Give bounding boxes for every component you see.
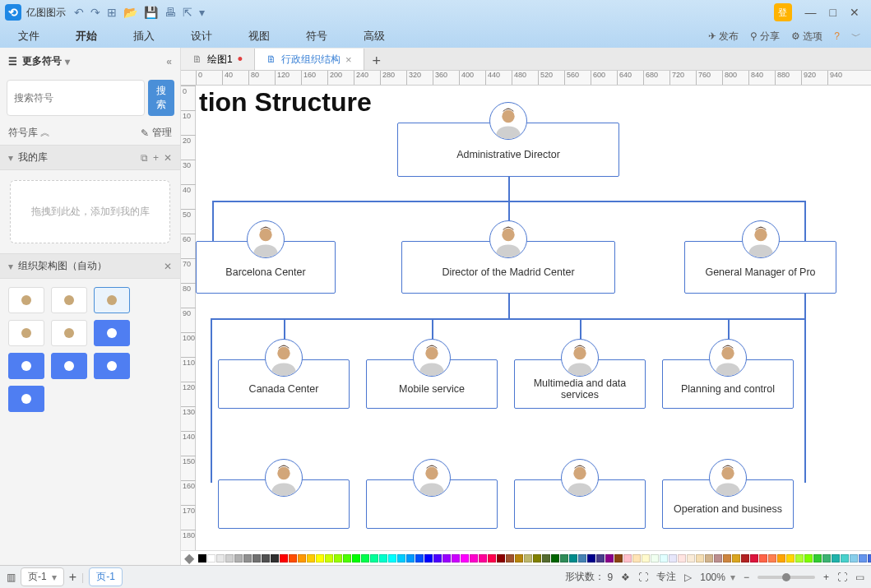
color-swatch[interactable]	[289, 554, 297, 563]
color-swatch[interactable]	[243, 554, 252, 563]
color-swatch[interactable]	[560, 554, 568, 563]
color-swatch[interactable]	[497, 554, 505, 563]
fill-icon[interactable]: ◆	[184, 550, 194, 565]
color-swatch[interactable]	[732, 554, 740, 563]
color-swatch[interactable]	[868, 554, 871, 563]
collapse-ribbon[interactable]: ﹀	[851, 30, 861, 44]
add-icon[interactable]: +	[153, 152, 159, 164]
menu-item-1[interactable]: 开始	[58, 29, 115, 44]
collapse-sidebar-icon[interactable]: «	[166, 56, 172, 67]
page-tab[interactable]: 页-1	[89, 567, 123, 586]
color-swatch[interactable]	[859, 554, 867, 563]
color-swatch[interactable]	[406, 554, 415, 563]
layers-icon[interactable]: ❖	[621, 572, 630, 583]
color-swatch[interactable]	[587, 554, 595, 563]
color-swatch[interactable]	[262, 554, 270, 563]
shape-thumb[interactable]	[94, 320, 130, 346]
add-page-button[interactable]: +	[69, 570, 76, 585]
color-swatch[interactable]	[424, 554, 433, 563]
shape-thumb[interactable]	[8, 287, 44, 313]
symbol-lib-label[interactable]: 符号库	[8, 126, 38, 140]
close-section2-icon[interactable]: ✕	[164, 261, 172, 272]
color-swatch[interactable]	[479, 554, 487, 563]
color-swatch[interactable]	[614, 554, 623, 563]
shape-thumb[interactable]	[8, 320, 44, 346]
color-swatch[interactable]	[388, 554, 396, 563]
color-swatch[interactable]	[488, 554, 496, 563]
folder-icon[interactable]: ⧉	[141, 152, 148, 164]
color-swatch[interactable]	[415, 554, 424, 563]
canvas[interactable]: tion Structure Administrative DirectorBa…	[196, 86, 871, 550]
color-swatch[interactable]	[216, 554, 225, 563]
search-symbols-input[interactable]	[7, 80, 145, 116]
close-button[interactable]: ✕	[850, 6, 859, 19]
org-node[interactable]: Planning and control	[662, 359, 794, 409]
color-swatch[interactable]	[714, 554, 722, 563]
org-node[interactable]: General Manager of Pro	[684, 241, 836, 294]
qat-open[interactable]: 📂	[123, 6, 137, 19]
color-swatch[interactable]	[397, 554, 405, 563]
color-swatch[interactable]	[198, 554, 206, 563]
shape-thumb[interactable]	[8, 353, 44, 379]
color-swatch[interactable]	[298, 554, 306, 563]
search-button[interactable]: 搜索	[148, 80, 174, 116]
color-swatch[interactable]	[750, 554, 758, 563]
color-swatch[interactable]	[832, 554, 840, 563]
maximize-button[interactable]: □	[830, 6, 836, 19]
menu-item-0[interactable]: 文件	[0, 29, 58, 44]
color-swatch[interactable]	[741, 554, 749, 563]
color-swatch[interactable]	[334, 554, 342, 563]
color-swatch[interactable]	[777, 554, 785, 563]
focus-mode[interactable]: 专注	[656, 570, 676, 584]
chevron-up-icon[interactable]: ︽	[40, 126, 50, 140]
menu-item-2[interactable]: 插入	[115, 29, 173, 44]
add-tab-button[interactable]: +	[364, 53, 390, 70]
page-width-icon[interactable]: ▭	[855, 572, 864, 583]
color-swatch[interactable]	[696, 554, 704, 563]
color-swatch[interactable]	[623, 554, 632, 563]
color-swatch[interactable]	[207, 554, 215, 563]
org-chart-section[interactable]: ▾ 组织架构图（自动） ✕	[0, 253, 180, 279]
zoom-out-button[interactable]: −	[744, 572, 749, 583]
share-button[interactable]: ⚲分享	[750, 30, 780, 44]
color-swatch[interactable]	[542, 554, 550, 563]
menu-item-3[interactable]: 设计	[173, 29, 230, 44]
color-swatch[interactable]	[361, 554, 369, 563]
color-swatch[interactable]	[669, 554, 677, 563]
menu-item-5[interactable]: 符号	[288, 29, 345, 44]
qat-export[interactable]: ⇱	[183, 6, 192, 19]
org-node[interactable]	[366, 479, 498, 529]
color-swatch[interactable]	[822, 554, 831, 563]
color-swatch[interactable]	[723, 554, 731, 563]
options-button[interactable]: ⚙选项	[791, 30, 822, 44]
fullscreen-icon[interactable]: ⛶	[638, 572, 648, 583]
org-node[interactable]	[218, 479, 350, 529]
color-swatch[interactable]	[379, 554, 387, 563]
qat-redo[interactable]: ↷	[90, 6, 100, 19]
color-swatch[interactable]	[461, 554, 469, 563]
color-swatch[interactable]	[596, 554, 605, 563]
qat-save[interactable]: 💾	[144, 6, 158, 19]
color-swatch[interactable]	[470, 554, 478, 563]
zoom-slider[interactable]	[757, 576, 815, 579]
zoom-label[interactable]: 100%▾	[700, 572, 735, 583]
publish-button[interactable]: ✈发布	[708, 30, 739, 44]
org-node[interactable]: Canada Center	[218, 359, 350, 409]
shape-thumb[interactable]	[94, 287, 130, 313]
org-node[interactable]: Multimedia and data services	[514, 359, 646, 409]
presentation-icon[interactable]: ▷	[684, 572, 692, 583]
qat-print[interactable]: 🖶	[164, 6, 176, 19]
fit-page-icon[interactable]: ⛶	[837, 572, 847, 583]
org-node[interactable]: Operation and business	[662, 479, 794, 529]
color-swatch[interactable]	[804, 554, 813, 563]
color-swatch[interactable]	[307, 554, 315, 563]
color-swatch[interactable]	[252, 554, 261, 563]
login-badge[interactable]: 登	[774, 3, 792, 21]
zoom-in-button[interactable]: +	[823, 572, 829, 583]
shape-thumb[interactable]	[51, 320, 87, 346]
color-swatch[interactable]	[569, 554, 577, 563]
color-swatch[interactable]	[280, 554, 288, 563]
color-swatch[interactable]	[578, 554, 586, 563]
org-node[interactable]: Barcelona Center	[196, 241, 336, 294]
doc-tab[interactable]: 🗎 绘图1 •	[181, 49, 255, 70]
